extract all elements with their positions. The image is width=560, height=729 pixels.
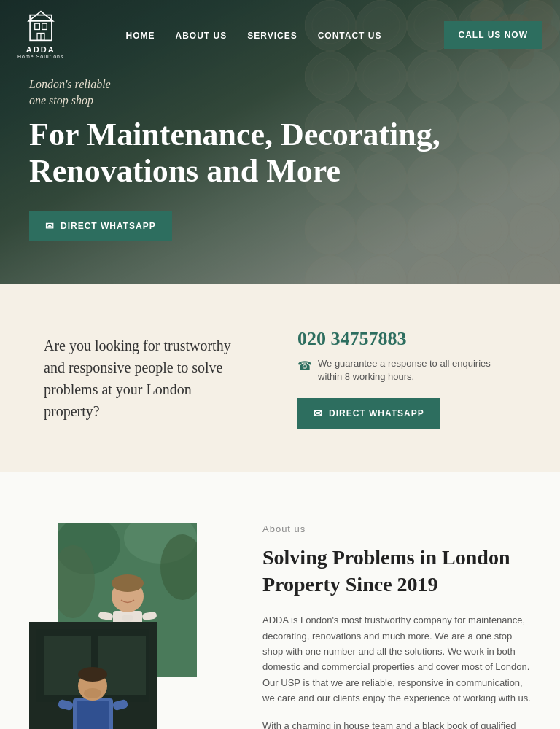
navigation: ADDA Home Solutions HOME ABOUT US SERVIC… [0,0,560,69]
about-images [29,523,233,729]
nav-home[interactable]: HOME [126,31,155,41]
svg-point-31 [78,667,107,682]
logo[interactable]: ADDA Home Solutions [18,10,63,59]
about-label-text: About us [262,523,306,534]
hero-subtitle: London's reliableone stop shop [29,77,531,109]
nav-links: HOME ABOUT US SERVICES CONTACT US [126,28,382,42]
hero-whatsapp-button[interactable]: ✉ DIRECT WHATSAPP [29,211,172,241]
nav-services[interactable]: SERVICES [247,31,297,41]
about-title: Solving Problems in London Property Sinc… [262,545,531,598]
hero-whatsapp-label: DIRECT WHATSAPP [61,221,156,231]
logo-subtitle: Home Solutions [18,54,63,59]
about-label-row: About us [262,523,531,534]
about-paragraph-2: With a charming in house team and a blac… [262,718,531,729]
guarantee-row: ☎ We guarantee a response to all enquiri… [298,357,516,383]
whatsapp-icon: ✉ [45,220,55,232]
whatsapp-btn-icon: ✉ [314,408,323,419]
phone-icon: ☎ [298,359,312,373]
about-paragraph-1: ADDA is London's most trustworthy compan… [262,612,531,706]
logo-name: ADDA [26,45,55,54]
svg-rect-29 [77,701,109,729]
nav-contact[interactable]: CONTACT US [318,31,382,41]
contact-whatsapp-label: DIRECT WHATSAPP [329,408,424,418]
about-image-2 [29,622,157,729]
svg-point-22 [122,615,133,622]
contact-strip-section: Are you looking for trustworthy and resp… [0,284,560,472]
hero-title: For Maintenance, Decorating, Renovations… [29,117,467,190]
call-us-now-button[interactable]: CALL US NOW [444,21,542,49]
svg-point-19 [112,574,144,592]
about-content: About us Solving Problems in London Prop… [262,523,531,729]
contact-question-text: Are you looking for trustworthy and resp… [44,335,248,422]
guarantee-text: We guarantee a response to all enquiries… [318,357,516,383]
about-label-line [316,529,359,529]
contact-whatsapp-button[interactable]: ✉ DIRECT WHATSAPP [298,398,440,429]
svg-rect-3 [42,23,47,29]
svg-rect-2 [34,23,39,29]
about-section: About us Solving Problems in London Prop… [0,472,560,729]
contact-strip-info: 020 34757883 ☎ We guarantee a response t… [298,328,516,429]
svg-point-32 [84,688,101,698]
svg-marker-1 [28,12,52,21]
phone-number[interactable]: 020 34757883 [298,328,516,350]
contact-strip-question: Are you looking for trustworthy and resp… [44,335,248,422]
nav-about[interactable]: ABOUT US [176,31,228,41]
